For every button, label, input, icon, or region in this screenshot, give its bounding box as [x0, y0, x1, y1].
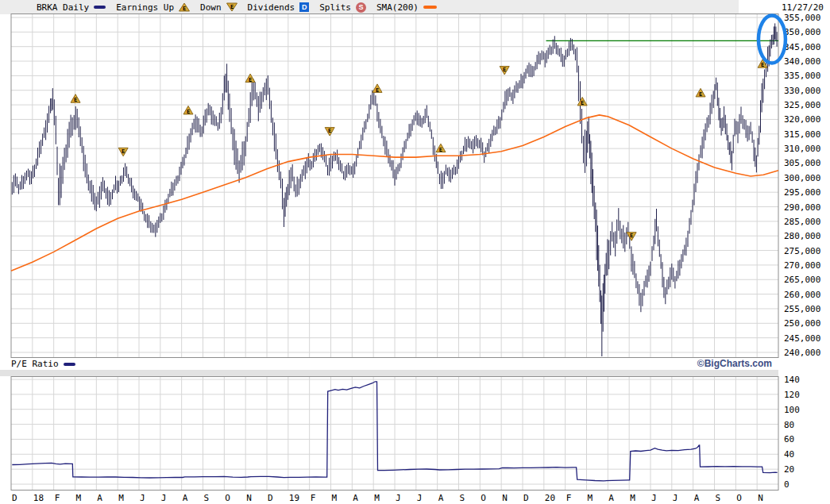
svg-text:140: 140	[784, 376, 800, 385]
legend-item-sma: SMA(200)	[376, 2, 437, 13]
sma-series-swatch	[423, 6, 437, 9]
svg-text:F: F	[55, 493, 60, 503]
sma-label: SMA(200)	[376, 2, 419, 13]
svg-text:335,000: 335,000	[784, 71, 820, 81]
series-title: BRKA Daily	[37, 2, 89, 13]
price-series-swatch	[94, 6, 106, 9]
svg-text:F: F	[566, 493, 572, 503]
svg-text:J: J	[140, 493, 145, 503]
svg-text:M: M	[630, 493, 635, 503]
svg-text:305,000: 305,000	[784, 158, 820, 168]
pe-gridlines	[11, 376, 778, 490]
svg-text:19: 19	[289, 493, 299, 503]
svg-text:S: S	[460, 493, 465, 503]
pe-ratio-title: P/E Ratio	[11, 359, 75, 369]
svg-text:E: E	[376, 87, 379, 94]
earnings-up-label: Earnings Up	[116, 2, 174, 13]
svg-text:E: E	[122, 148, 125, 155]
svg-text:S: S	[204, 493, 210, 503]
svg-text:J: J	[417, 493, 423, 503]
svg-text:D: D	[523, 493, 529, 503]
highlight-ellipse	[759, 16, 786, 63]
svg-text:40: 40	[784, 449, 794, 460]
legend-item-splits: Splits S	[319, 2, 366, 13]
svg-text:E: E	[328, 128, 331, 134]
split-icon: S	[356, 2, 366, 13]
svg-text:E: E	[249, 77, 252, 83]
earnings-markers: EEEEEEEEEEEE	[71, 60, 767, 241]
svg-text:60: 60	[784, 434, 794, 444]
chart-legend-bar: BRKA Daily Earnings Up E Down E Dividend…	[0, 0, 739, 14]
svg-text:255,000: 255,000	[784, 304, 820, 314]
svg-text:M: M	[374, 493, 380, 503]
legend-item-earnings-down: Down E	[200, 2, 237, 13]
svg-text:E: E	[183, 6, 186, 12]
svg-text:D: D	[268, 493, 273, 503]
legend-item-earnings-up: Earnings Up E	[116, 2, 190, 13]
svg-text:320,000: 320,000	[784, 114, 820, 125]
svg-text:A: A	[97, 493, 102, 503]
svg-text:F: F	[311, 493, 316, 503]
svg-text:E: E	[581, 100, 584, 106]
dividends-label: Dividends	[248, 2, 295, 13]
svg-text:A: A	[608, 493, 614, 503]
svg-text:A: A	[438, 493, 444, 503]
svg-text:325,000: 325,000	[784, 100, 820, 110]
earnings-down-icon: E	[226, 2, 237, 12]
svg-text:18: 18	[33, 493, 44, 503]
pe-series-swatch	[64, 363, 75, 366]
pe-ratio-chart: 020406080100120140D18FMAMJJASOND19FMAMJJ…	[0, 376, 830, 504]
svg-text:S: S	[716, 493, 721, 503]
svg-text:315,000: 315,000	[784, 129, 820, 140]
svg-text:100: 100	[784, 405, 800, 415]
last-date-label: 11/27/20	[782, 2, 829, 13]
svg-text:280,000: 280,000	[784, 231, 820, 241]
svg-text:330,000: 330,000	[784, 86, 820, 96]
svg-text:275,000: 275,000	[784, 246, 820, 256]
svg-text:J: J	[673, 493, 678, 503]
svg-text:E: E	[187, 109, 190, 115]
svg-text:O: O	[225, 493, 230, 503]
svg-text:80: 80	[784, 420, 794, 430]
pe-axis-labels: 020406080100120140	[784, 376, 800, 490]
svg-text:240,000: 240,000	[784, 348, 820, 358]
svg-text:M: M	[588, 493, 593, 503]
legend-item-brka: BRKA Daily	[37, 2, 106, 13]
month-axis-labels: D18FMAMJJASOND19FMAMJJASOND20FMAMJJASON	[12, 493, 763, 503]
price-chart: 240,000245,000250,000255,000260,000265,0…	[0, 13, 830, 360]
svg-text:J: J	[396, 493, 401, 503]
svg-text:M: M	[118, 493, 124, 503]
svg-text:340,000: 340,000	[784, 56, 820, 67]
svg-text:300,000: 300,000	[784, 173, 820, 183]
svg-text:250,000: 250,000	[784, 318, 820, 329]
svg-text:310,000: 310,000	[784, 144, 820, 154]
svg-text:E: E	[761, 62, 764, 68]
svg-text:A: A	[694, 493, 700, 503]
svg-text:290,000: 290,000	[784, 202, 820, 213]
svg-text:J: J	[651, 493, 657, 503]
bigcharts-copyright: ©BigCharts.com	[697, 358, 772, 369]
svg-text:J: J	[161, 493, 167, 503]
svg-text:350,000: 350,000	[784, 27, 820, 37]
svg-text:270,000: 270,000	[784, 260, 820, 271]
svg-text:O: O	[736, 493, 742, 503]
svg-text:20: 20	[545, 493, 555, 503]
svg-text:E: E	[503, 67, 506, 73]
svg-text:260,000: 260,000	[784, 290, 820, 300]
svg-text:295,000: 295,000	[784, 187, 820, 198]
svg-text:285,000: 285,000	[784, 217, 820, 227]
svg-text:D: D	[12, 493, 17, 503]
svg-text:N: N	[246, 493, 252, 503]
svg-text:N: N	[758, 493, 763, 503]
earnings-down-label: Down	[200, 2, 222, 13]
pe-ratio-row: P/E Ratio ©BigCharts.com	[0, 358, 778, 370]
pe-ratio-label: P/E Ratio	[11, 359, 59, 369]
svg-text:E: E	[74, 97, 77, 103]
svg-text:20: 20	[784, 464, 794, 475]
svg-text:355,000: 355,000	[784, 13, 820, 23]
svg-text:O: O	[481, 493, 486, 503]
svg-text:0: 0	[784, 479, 789, 490]
svg-text:E: E	[699, 91, 702, 98]
legend-item-dividends: Dividends D	[248, 2, 310, 13]
svg-text:E: E	[439, 147, 442, 153]
